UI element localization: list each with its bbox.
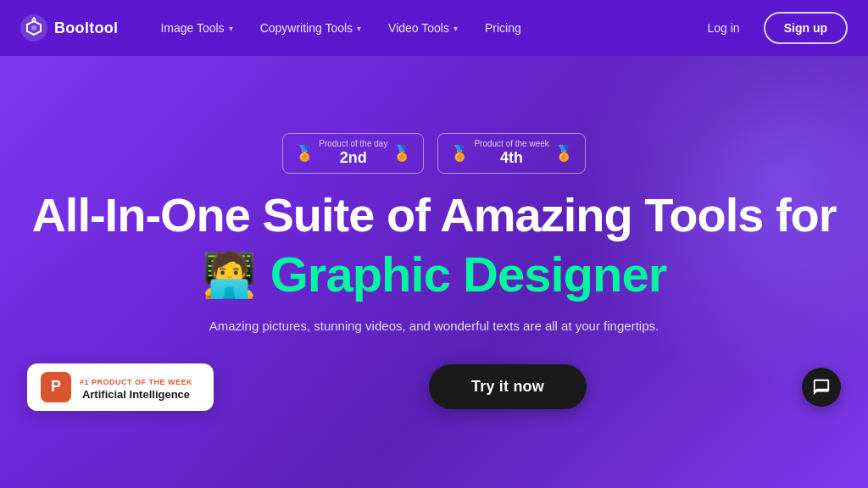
laurel-right-icon: 🏅	[554, 144, 573, 163]
badge-content: #1 PRODUCT OF THE WEEK Artificial Intell…	[80, 373, 192, 401]
role-row: 🧑‍💻 Graphic Designer	[202, 250, 666, 299]
laurel-right-icon: 🏅	[392, 144, 411, 163]
hero-bottom-row: P #1 PRODUCT OF THE WEEK Artificial Inte…	[27, 363, 841, 411]
brand-name: Booltool	[54, 19, 118, 37]
laurel-left-icon: 🏅	[295, 144, 314, 163]
chat-icon	[812, 378, 831, 396]
nav-pricing[interactable]: Pricing	[473, 14, 533, 42]
role-emoji: 🧑‍💻	[202, 252, 257, 297]
nav-copywriting-tools[interactable]: Copywriting Tools ▾	[248, 14, 373, 42]
badge-main-label: Artificial Intelligence	[80, 388, 192, 401]
role-label: Graphic Designer	[270, 250, 666, 299]
logo[interactable]: Booltool	[20, 14, 118, 42]
hero-subtext: Amazing pictures, stunning videos, and w…	[209, 316, 659, 336]
svg-point-1	[31, 25, 36, 30]
chevron-down-icon: ▾	[453, 24, 458, 33]
chevron-down-icon: ▾	[357, 24, 361, 33]
chevron-down-icon: ▾	[229, 24, 233, 33]
hero-headline: All-In-One Suite of Amazing Tools for	[31, 189, 836, 241]
chat-support-button[interactable]	[802, 368, 841, 407]
laurel-left-icon: 🏅	[450, 144, 469, 163]
login-button[interactable]: Log in	[694, 14, 754, 42]
award-badge-week: 🏅 Product of the week 4th 🏅	[437, 133, 585, 174]
nav-right: Log in Sign up	[694, 12, 848, 44]
try-now-button[interactable]: Try it now	[429, 364, 587, 409]
signup-button[interactable]: Sign up	[764, 12, 848, 44]
hero-section: 🏅 Product of the day 2nd 🏅 🏅 Product of …	[0, 56, 868, 488]
awards-row: 🏅 Product of the day 2nd 🏅 🏅 Product of …	[282, 133, 586, 174]
nav-image-tools[interactable]: Image Tools ▾	[148, 14, 244, 42]
badge-top-label: #1 PRODUCT OF THE WEEK	[80, 378, 192, 386]
award-badge-day: 🏅 Product of the day 2nd 🏅	[282, 133, 424, 174]
nav-links: Image Tools ▾ Copywriting Tools ▾ Video …	[148, 14, 693, 42]
nav-video-tools[interactable]: Video Tools ▾	[376, 14, 470, 42]
navbar: Booltool Image Tools ▾ Copywriting Tools…	[0, 0, 868, 56]
product-of-week-badge[interactable]: P #1 PRODUCT OF THE WEEK Artificial Inte…	[27, 363, 214, 411]
logo-icon	[20, 14, 47, 42]
producthunt-icon: P	[41, 372, 71, 402]
